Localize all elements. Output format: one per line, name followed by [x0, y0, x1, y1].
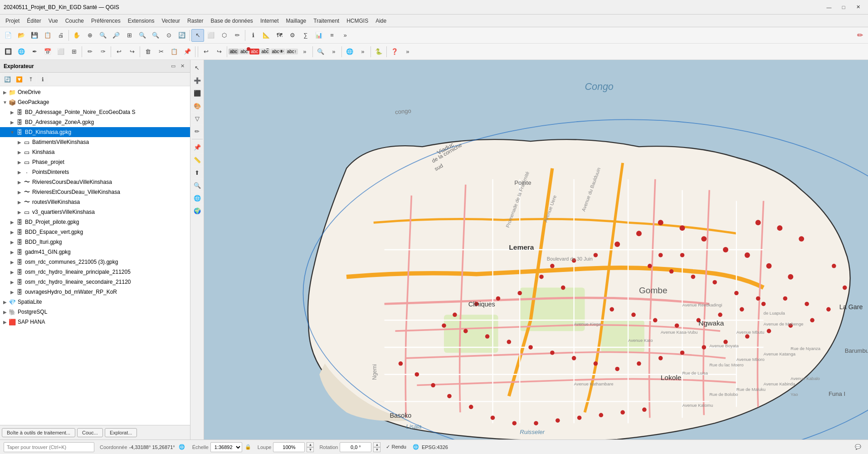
cursor-button[interactable]: ↖ [191, 29, 204, 42]
rotation-down-btn[interactable]: ▼ [373, 447, 380, 452]
layer-btn-6[interactable]: ⊞ [68, 45, 80, 58]
redo2-button[interactable]: ↪ [213, 45, 225, 58]
tree-item-postgresql[interactable]: ▶🐘PostgreSQL [0, 307, 190, 317]
style-btn[interactable]: 🎨 [191, 100, 203, 112]
field-calc-button[interactable]: ≡ [326, 29, 338, 42]
tree-arrow-kinshasa[interactable]: ▶ [16, 149, 23, 155]
tree-arrow-points-dinterets[interactable]: ▶ [16, 169, 23, 175]
panel-btn-0[interactable]: Boîte à outils de traitement... [2, 428, 75, 437]
tree-arrow-geopackage[interactable]: ▼ [2, 99, 8, 105]
pan-button[interactable]: ✋ [70, 29, 83, 42]
search-input[interactable] [4, 442, 94, 452]
select-rect-button[interactable]: ⬜ [205, 29, 217, 42]
redo-button[interactable]: ↪ [126, 45, 138, 58]
zoom-in-button[interactable]: 🔍 [97, 29, 109, 42]
identify-map-btn[interactable]: ↖ [191, 62, 203, 74]
loupe-input[interactable] [273, 442, 305, 452]
menu-item-couche[interactable]: Couche [62, 16, 88, 26]
menu-item-internet[interactable]: Internet [257, 16, 283, 26]
menu-item-préférences[interactable]: Préférences [88, 16, 124, 26]
scale-lock-btn[interactable]: 🔒 [244, 442, 252, 452]
tree-arrow-postgresql[interactable]: ▶ [2, 309, 8, 315]
coord-icon-btn[interactable]: 🌐 [177, 442, 187, 452]
rotation-input[interactable] [340, 442, 371, 452]
tree-arrow-bd-projet-pilote[interactable]: ▶ [9, 219, 15, 225]
tree-item-spatialite[interactable]: ▶💎SpatiaLite [0, 297, 190, 307]
python-button[interactable]: 🐍 [372, 45, 385, 58]
print-button[interactable]: 🖨 [54, 29, 67, 42]
tree-item-ouvrages-hydro[interactable]: ▶🗄ouvragesHydro_bd_mWater_RP_KoR [0, 287, 190, 297]
select-poly-button[interactable]: ⬡ [218, 29, 230, 42]
zoom-layer-button[interactable]: 🔍 [136, 29, 149, 42]
zoom-full-button[interactable]: ⊞ [123, 29, 136, 42]
north-btn[interactable]: ⬆ [191, 167, 203, 178]
tree-arrow-onedrive[interactable]: ▶ [2, 89, 8, 95]
ruler-btn[interactable]: 📏 [191, 154, 203, 166]
delete-button[interactable]: 🗑 [141, 45, 154, 58]
tree-item-v3-quartiers[interactable]: ▶▭v3_quartiersVilleKinshasa [0, 207, 190, 217]
menu-item-traitement[interactable]: Traitement [310, 16, 343, 26]
messages-btn[interactable]: 💬 [852, 441, 864, 454]
paste-button[interactable]: 📌 [181, 45, 194, 58]
tree-arrow-bdd-ituri[interactable]: ▶ [9, 239, 15, 245]
tree-arrow-spatialite[interactable]: ▶ [2, 299, 8, 305]
save-as-button[interactable]: 📋 [41, 29, 54, 42]
help-button[interactable]: ❓ [388, 45, 401, 58]
tree-arrow-bd-kinshasa[interactable]: ▼ [9, 129, 15, 135]
menu-item-maillage[interactable]: Maillage [283, 16, 310, 26]
tree-arrow-bd-adressage-pn[interactable]: ▶ [9, 109, 15, 115]
add-btn[interactable]: ➕ [191, 74, 203, 86]
tree-item-bd-projet-pilote[interactable]: ▶🗄BD_Projet_pilote.gpkg [0, 217, 190, 227]
minimize-button[interactable]: — [823, 3, 835, 12]
rotation-up-btn[interactable]: ▲ [373, 442, 380, 447]
zoom-out-button[interactable]: 🔎 [110, 29, 122, 42]
undo2-button[interactable]: ↩ [200, 45, 212, 58]
scale-select[interactable]: 1:36892 [210, 442, 242, 452]
menu-item-extensions[interactable]: Extensions [124, 16, 158, 26]
globe3-btn[interactable]: 🌍 [191, 205, 203, 217]
tree-item-bd-adressage-zone[interactable]: ▶🗄BD_Adressage_ZoneA.gpkg [0, 117, 190, 127]
tree-arrow-sap-hana[interactable]: ▶ [2, 319, 8, 325]
open-project-button[interactable]: 📂 [15, 29, 28, 42]
save-project-button[interactable]: 💾 [28, 29, 41, 42]
undo-button[interactable]: ↩ [112, 45, 125, 58]
maximize-button[interactable]: □ [837, 3, 850, 12]
menu-item-hcmgis[interactable]: HCMGIS [343, 16, 372, 26]
close-button[interactable]: ✕ [852, 3, 864, 12]
tree-arrow-v3-quartiers[interactable]: ▶ [16, 209, 23, 215]
panel-btn-1[interactable]: Couc... [77, 428, 103, 437]
tree-arrow-gadm41-gin[interactable]: ▶ [9, 249, 15, 255]
tree-arrow-ouvrages-hydro[interactable]: ▶ [9, 289, 15, 295]
globe-status-btn[interactable]: 🌐 [412, 442, 420, 452]
calculator-button[interactable]: ∑ [299, 29, 312, 42]
menu-item-éditer[interactable]: Éditer [23, 16, 44, 26]
layer-btn-1[interactable]: 🔲 [2, 45, 15, 58]
cut-button[interactable]: ✂ [155, 45, 167, 58]
tree-item-routes[interactable]: ▶〜routesVilleKinshasa [0, 197, 190, 207]
tree-arrow-bd-adressage-zone[interactable]: ▶ [9, 119, 15, 125]
globe-button[interactable]: 🌐 [343, 45, 356, 58]
tree-arrow-osm-communes[interactable]: ▶ [9, 259, 15, 265]
layer-btn-3[interactable]: ✒ [28, 45, 41, 58]
edit-pencil2-button[interactable]: ✑ [97, 45, 109, 58]
explorer-collapse-btn[interactable]: ⤒ [25, 74, 36, 85]
zoom3d-btn[interactable]: 🔍 [191, 179, 203, 191]
more-button[interactable]: » [339, 29, 351, 42]
tree-item-osm-hydro-lin-sec[interactable]: ▶🗄osm_rdc_hydro_lineaire_secondaire_2112… [0, 277, 190, 287]
explorer-info-btn[interactable]: ℹ [37, 74, 48, 85]
search-locate-button[interactable]: 🔍 [314, 45, 327, 58]
explorer-minimize-btn[interactable]: ▭ [169, 62, 177, 70]
tree-item-batiments[interactable]: ▶▭BatimentsVilleKinshasa [0, 137, 190, 147]
draw-btn[interactable]: ✏ [191, 125, 203, 137]
tree-item-sap-hana[interactable]: ▶🟥SAP HANA [0, 317, 190, 327]
more4-button[interactable]: » [356, 45, 369, 58]
explorer-close-btn[interactable]: ✕ [178, 62, 186, 70]
menu-item-vue[interactable]: Vue [45, 16, 62, 26]
tree-item-geopackage[interactable]: ▼📦GeoPackage [0, 97, 190, 107]
tree-arrow-phase-projet[interactable]: ▶ [16, 159, 23, 165]
explorer-filter-btn[interactable]: 🔽 [14, 74, 24, 85]
menu-item-base-de-données[interactable]: Base de données [207, 16, 256, 26]
menu-item-raster[interactable]: Raster [184, 16, 207, 26]
tree-item-bd-kinshasa[interactable]: ▼🗄BD_Kinshasa.gpkg [0, 127, 190, 137]
menu-item-aide[interactable]: Aide [372, 16, 390, 26]
